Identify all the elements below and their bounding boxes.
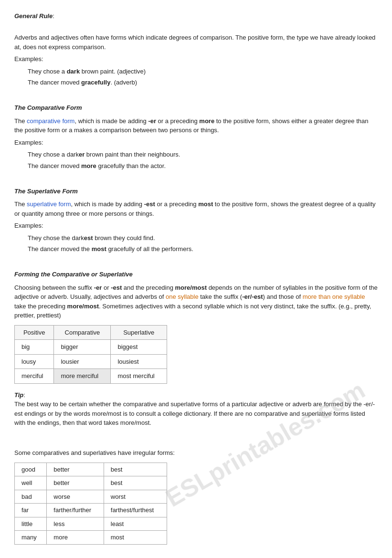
table-cell: best: [104, 476, 167, 490]
tip-text: Tip: The best way to be certain whether …: [14, 390, 378, 428]
irregular-table: goodbetterbestwellbetterbestbadworsewors…: [14, 463, 167, 545]
table-cell: good: [15, 463, 47, 476]
table-cell: big: [15, 340, 54, 355]
irregular-intro: Some comparatives and superlatives have …: [14, 448, 378, 458]
comparative-section: The Comparative Form The comparative for…: [14, 94, 378, 171]
comparative-examples-label: Examples:: [14, 138, 378, 147]
superlative-heading: The Superlative Form: [14, 187, 378, 196]
table-cell: little: [15, 517, 47, 531]
table-row: mercifulmore mercifulmost merciful: [15, 369, 167, 384]
general-rule-example1: They chose a dark brown paint. (adjectiv…: [28, 67, 378, 76]
superlative-example1: They chose the darkest brown they could …: [28, 233, 378, 243]
table-cell: many: [15, 531, 47, 545]
forming-section: Forming the Comparative or Superlative C…: [14, 261, 378, 384]
col-positive: Positive: [15, 325, 54, 340]
comparative-example2: The dancer moved more gracefully than th…: [28, 161, 378, 171]
table-row: manymoremost: [15, 531, 167, 545]
general-rule-examples-label: Examples:: [14, 54, 378, 64]
forming-heading: Forming the Comparative or Superlative: [14, 270, 378, 279]
superlative-section: The Superlative Form The superlative for…: [14, 177, 378, 254]
table-cell: biggest: [111, 340, 167, 355]
general-rule-example2: The dancer moved gracefully. (adverb): [28, 78, 378, 87]
table-cell: far: [15, 504, 47, 517]
table-cell: least: [104, 517, 167, 531]
table-cell: best: [104, 463, 167, 476]
table-row: farfarther/furtherfarthest/furthest: [15, 504, 167, 517]
tip-section: Tip: The best way to be certain whether …: [14, 390, 378, 428]
superlative-examples-label: Examples:: [14, 221, 378, 231]
table-cell: most merciful: [111, 369, 167, 384]
table-cell: more merciful: [54, 369, 111, 384]
table-cell: most: [104, 531, 167, 545]
comparative-example1: They chose a darker brown paint than the…: [28, 150, 378, 159]
table-cell: merciful: [15, 369, 54, 384]
table-cell: less: [47, 517, 104, 531]
forming-para: Choosing between the suffix -er or -est …: [14, 283, 378, 320]
comparison-table: Positive Comparative Superlative bigbigg…: [14, 325, 167, 384]
superlative-example2: The dancer moved the most gracefully of …: [28, 244, 378, 254]
table-cell: better: [47, 463, 104, 476]
general-rule-heading: General Rule:: [14, 11, 378, 21]
table-cell: worse: [47, 490, 104, 504]
table-cell: bigger: [54, 340, 111, 355]
table-cell: more: [47, 531, 104, 545]
table-cell: lousier: [54, 354, 111, 369]
col-comparative: Comparative: [54, 325, 111, 340]
col-superlative: Superlative: [111, 325, 167, 340]
table-cell: farthest/furthest: [104, 504, 167, 517]
table-row: badworseworst: [15, 490, 167, 504]
general-rule-para1: Adverbs and adjectives often have forms …: [14, 33, 378, 52]
general-rule-colon: :: [53, 12, 54, 20]
tip-label: Tip: [14, 391, 23, 399]
comparative-heading: The Comparative Form: [14, 103, 378, 113]
table-cell: well: [15, 476, 47, 490]
table-row: goodbetterbest: [15, 463, 167, 476]
comparative-para: The comparative form, which is made be a…: [14, 116, 378, 135]
table-row: littlelessleast: [15, 517, 167, 531]
table-cell: bad: [15, 490, 47, 504]
superlative-para: The superlative form, which is made by a…: [14, 200, 378, 218]
table-cell: lousy: [15, 354, 54, 369]
general-rule-section: General Rule: Adverbs and adjectives oft…: [14, 11, 378, 87]
table-cell: farther/further: [47, 504, 104, 517]
table-cell: worst: [104, 490, 167, 504]
table-row: bigbiggerbiggest: [15, 340, 167, 355]
general-rule-label: General Rule: [14, 12, 53, 20]
table-row: lousylousierlousiest: [15, 354, 167, 369]
table-cell: better: [47, 476, 104, 490]
table-row: wellbetterbest: [15, 476, 167, 490]
irregular-section: Some comparatives and superlatives have …: [14, 434, 378, 545]
table-cell: lousiest: [111, 354, 167, 369]
